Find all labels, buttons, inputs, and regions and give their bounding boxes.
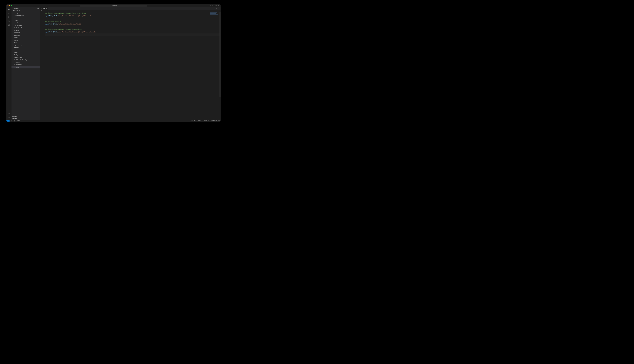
indentation-status[interactable]: Spaces: 4 bbox=[198, 120, 202, 122]
code-line[interactable] bbox=[45, 33, 219, 36]
layout-sidebar-right-icon[interactable] bbox=[215, 5, 217, 7]
customize-layout-icon[interactable] bbox=[218, 5, 220, 7]
folder-item[interactable]: ›.config bbox=[12, 12, 40, 14]
folder-item[interactable]: ›.zsh_sessions bbox=[12, 24, 40, 27]
svg-point-18 bbox=[9, 21, 10, 22]
command-center[interactable]: liuguanglei bbox=[80, 5, 147, 6]
language-mode[interactable]: Shell Script bbox=[211, 120, 216, 122]
remote-indicator[interactable] bbox=[6, 120, 10, 122]
file-item[interactable]: ≡.viminfo bbox=[12, 61, 40, 64]
chevron-right-icon: › bbox=[13, 22, 14, 24]
folder-item[interactable]: ›My WangWang bbox=[12, 44, 40, 46]
code-line[interactable]: # 配置Oracle ARM64位架构macOS版Java21的JAVA_HOM… bbox=[45, 12, 219, 15]
source-control-icon[interactable] bbox=[8, 16, 10, 18]
chevron-right-icon: › bbox=[13, 42, 14, 43]
svg-rect-7 bbox=[215, 5, 216, 6]
code-line[interactable] bbox=[45, 26, 219, 28]
tab-zshrc[interactable]: $ .zshrc ✕ bbox=[40, 7, 48, 10]
file-item[interactable]: ≡.CFUserTextEncoding bbox=[12, 58, 40, 61]
folder-item[interactable]: ›Library bbox=[12, 36, 40, 39]
code-content[interactable]: # 配置Oracle ARM64位架构macOS版Java21的JAVA_HOM… bbox=[45, 12, 220, 120]
line-number: 10 bbox=[40, 36, 43, 39]
folder-item[interactable]: ›.oracle_jre_usage bbox=[12, 14, 40, 17]
accounts-icon[interactable] bbox=[8, 112, 10, 115]
eol-status[interactable]: LF bbox=[208, 120, 210, 122]
folder-item[interactable]: ›Movies bbox=[12, 39, 40, 41]
file-item[interactable]: ≡.zsh_history bbox=[12, 64, 40, 66]
code-line[interactable]: export PATH=$PATH:/Applications/QQ.app/C… bbox=[45, 22, 219, 25]
file-type-icon: ≡ bbox=[14, 62, 15, 63]
ports-status[interactable]: 0 bbox=[18, 120, 20, 122]
nav-back-icon[interactable]: ← bbox=[77, 5, 78, 6]
folder-item[interactable]: ›Desktop bbox=[12, 29, 40, 32]
encoding-status[interactable]: UTF-8 bbox=[204, 120, 207, 122]
more-actions-icon[interactable]: ··· bbox=[218, 8, 219, 10]
outline-label: OUTLINE bbox=[12, 116, 17, 117]
code-line[interactable] bbox=[45, 17, 219, 20]
run-debug-icon[interactable] bbox=[8, 20, 10, 22]
folder-item[interactable]: ›.Trash bbox=[12, 19, 40, 22]
folder-item[interactable]: ›.sogouinput bbox=[12, 17, 40, 19]
workspace-header[interactable]: ⌄ LIUGUANGLEI bbox=[12, 10, 40, 12]
folder-item[interactable]: ›Music bbox=[12, 41, 40, 44]
folder-item[interactable]: ›Pictures bbox=[12, 49, 40, 51]
close-tab-icon[interactable]: ✕ bbox=[46, 8, 47, 9]
tree-item-label: Downloads bbox=[14, 34, 20, 36]
chevron-right-icon: › bbox=[13, 37, 14, 38]
code-line[interactable]: # 配置QQ的PATH环境变量 bbox=[45, 20, 219, 22]
code-line[interactable]: export PATH=$PATH:/Library/Java/JavaVirt… bbox=[45, 31, 219, 33]
close-window-button[interactable] bbox=[8, 5, 8, 6]
explorer-more-icon[interactable]: ··· bbox=[38, 8, 39, 9]
breadcrumb[interactable]: $ .zshrc bbox=[40, 10, 220, 12]
search-activity-icon[interactable] bbox=[8, 12, 10, 14]
svg-rect-4 bbox=[210, 5, 210, 6]
extensions-icon[interactable] bbox=[8, 24, 10, 26]
explorer-icon[interactable] bbox=[8, 8, 10, 10]
tree-item-label: .zsh_history bbox=[16, 64, 22, 65]
layout-sidebar-left-icon[interactable] bbox=[210, 5, 212, 7]
file-item[interactable]: $.zshrc bbox=[12, 66, 40, 68]
folder-item[interactable]: ›Applications (Parallels) bbox=[12, 26, 40, 29]
workspace-name: LIUGUANGLEI bbox=[13, 10, 20, 12]
svg-rect-10 bbox=[219, 5, 219, 6]
tree-item-label: .viminfo bbox=[16, 62, 20, 63]
folder-item[interactable]: ›Sunlogin Files bbox=[12, 56, 40, 58]
split-editor-icon[interactable] bbox=[216, 8, 217, 10]
tree-item-label: Music bbox=[14, 42, 17, 43]
code-line[interactable] bbox=[45, 36, 219, 39]
layout-panel-icon[interactable] bbox=[212, 5, 214, 7]
file-tree[interactable]: ›.config›.oracle_jre_usage›.sogouinput›.… bbox=[12, 12, 40, 115]
svg-rect-21 bbox=[9, 25, 10, 26]
minimap[interactable] bbox=[210, 12, 219, 17]
folder-item[interactable]: ›Public bbox=[12, 51, 40, 54]
tree-item-label: Pictures bbox=[14, 49, 18, 51]
code-line[interactable]: # 配置Oracle ARM64位架构macOS版Java21的PATH环境变量 bbox=[45, 28, 219, 31]
line-number: 9 bbox=[40, 33, 43, 36]
tree-item-label: Desktop bbox=[14, 30, 18, 31]
code-editor[interactable]: 12345678910 # 配置Oracle ARM64位架构macOS版Jav… bbox=[40, 12, 220, 120]
notifications-icon[interactable] bbox=[218, 120, 220, 122]
chevron-right-icon: › bbox=[13, 50, 14, 50]
editor-scrollbar[interactable] bbox=[220, 12, 220, 120]
svg-line-14 bbox=[9, 14, 10, 14]
folder-item[interactable]: ›Downloads bbox=[12, 34, 40, 36]
folder-item[interactable]: ›Sunlogin bbox=[12, 54, 40, 56]
svg-rect-11 bbox=[218, 6, 218, 6]
outline-section[interactable]: › OUTLINE bbox=[12, 115, 40, 118]
cursor-position[interactable]: Ln 9, Col 1 bbox=[191, 120, 196, 122]
tree-item-label: .zshrc bbox=[16, 66, 18, 68]
minimize-window-button[interactable] bbox=[9, 5, 10, 6]
timeline-section[interactable]: › TIMELINE bbox=[12, 118, 40, 120]
problems-status[interactable]: 0 0 bbox=[11, 120, 16, 122]
shell-file-icon: $ bbox=[41, 8, 42, 9]
explorer-sidebar: EXPLORER ··· ⌄ LIUGUANGLEI ›.config›.ora… bbox=[12, 7, 40, 120]
svg-point-32 bbox=[18, 120, 18, 121]
chevron-right-icon: › bbox=[13, 52, 14, 53]
code-line[interactable]: export JAVA_HOME=/Library/Java/JavaVirtu… bbox=[45, 15, 219, 17]
folder-item[interactable]: ›.vscode bbox=[12, 22, 40, 24]
settings-gear-icon[interactable] bbox=[8, 116, 10, 118]
tree-item-label: Sunlogin bbox=[14, 54, 19, 56]
folder-item[interactable]: ›Parallels bbox=[12, 46, 40, 49]
folder-item[interactable]: ›Documents bbox=[12, 32, 40, 34]
maximize-window-button[interactable] bbox=[11, 5, 12, 6]
